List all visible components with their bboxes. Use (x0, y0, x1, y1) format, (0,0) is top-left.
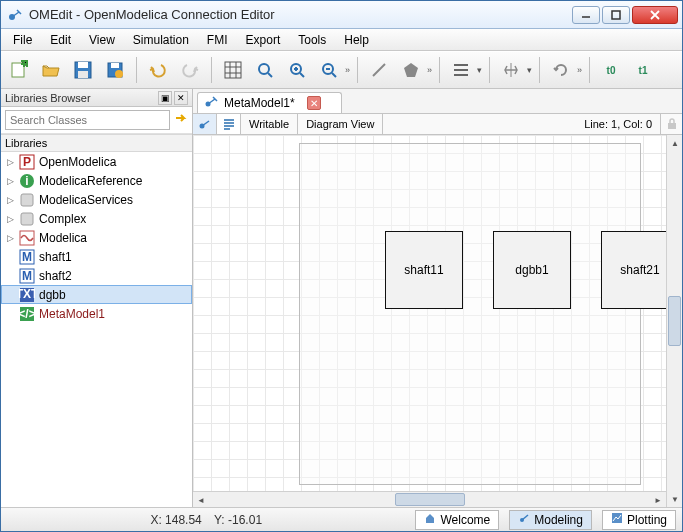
menu-help[interactable]: Help (336, 31, 377, 49)
close-button[interactable] (632, 6, 678, 24)
tab-metamodel1[interactable]: MetaModel1* ✕ (197, 92, 342, 113)
undo-button[interactable] (144, 56, 172, 84)
maximize-button[interactable] (602, 6, 630, 24)
tree-item-shaft2[interactable]: Mshaft2 (1, 266, 192, 285)
svg-rect-4 (78, 62, 88, 68)
dropdown-icon[interactable]: ▾ (527, 65, 532, 75)
tree-item-label: shaft2 (39, 269, 72, 283)
tree-item-openmodelica[interactable]: ▷POpenModelica (1, 152, 192, 171)
modeling-tab[interactable]: Modeling (509, 510, 592, 530)
flip-button[interactable] (497, 56, 525, 84)
view-mode-label: Diagram View (298, 114, 383, 134)
app-icon (7, 7, 23, 23)
expander-icon[interactable]: ▷ (5, 176, 15, 186)
t0-button[interactable]: t0 (597, 56, 625, 84)
plotting-tab[interactable]: Plotting (602, 510, 676, 530)
search-go-icon[interactable] (174, 112, 188, 129)
icon-view-button[interactable] (193, 114, 217, 134)
library-tree: ▷POpenModelica▷iModelicaReference▷Modeli… (1, 152, 192, 507)
zoom-in-button[interactable] (283, 56, 311, 84)
align-button[interactable] (447, 56, 475, 84)
tree-item-complex[interactable]: ▷Complex (1, 209, 192, 228)
polygon-tool-button[interactable] (397, 56, 425, 84)
page-boundary (299, 143, 641, 485)
search-row (1, 107, 192, 134)
block-dgbb1[interactable]: dgbb1 (493, 231, 571, 309)
scroll-thumb[interactable] (668, 296, 681, 346)
dock-float-button[interactable]: ▣ (158, 91, 172, 105)
TXT-icon: TXT (19, 287, 35, 303)
tree-item-dgbb[interactable]: TXTdgbb (1, 285, 192, 304)
horizontal-scrollbar[interactable]: ◄ ► (193, 491, 666, 507)
expander-icon[interactable]: ▷ (5, 157, 15, 167)
expander-icon[interactable]: ▷ (5, 233, 15, 243)
dock-close-button[interactable]: ✕ (174, 91, 188, 105)
scroll-down-icon[interactable]: ▼ (667, 491, 682, 507)
zoom-fit-button[interactable] (251, 56, 279, 84)
document-tabs: MetaModel1* ✕ (193, 89, 682, 113)
overflow-icon[interactable]: » (345, 65, 350, 75)
overflow-icon[interactable]: » (427, 65, 432, 75)
tree-item-label: OpenModelica (39, 155, 116, 169)
toolbar: » » ▾ ▾ » t0 t1 (1, 51, 682, 89)
svg-text:M: M (22, 269, 32, 283)
overflow-icon[interactable]: » (577, 65, 582, 75)
svg-rect-17 (21, 194, 33, 206)
minimize-button[interactable] (572, 6, 600, 24)
M-icon: M (19, 268, 35, 284)
line-tool-button[interactable] (365, 56, 393, 84)
new-button[interactable] (5, 56, 33, 84)
text-view-button[interactable] (217, 114, 241, 134)
scroll-thumb[interactable] (395, 493, 465, 506)
save-all-button[interactable] (101, 56, 129, 84)
svg-text:TXT: TXT (19, 287, 35, 301)
title-bar: OMEdit - OpenModelica Connection Editor (1, 1, 682, 29)
M-icon: M (19, 249, 35, 265)
expander-icon[interactable]: ▷ (5, 214, 15, 224)
menu-bar: File Edit View Simulation FMI Export Too… (1, 29, 682, 51)
search-input[interactable] (5, 110, 170, 130)
open-button[interactable] (37, 56, 65, 84)
welcome-tab[interactable]: Welcome (415, 510, 499, 530)
svg-text:M: M (22, 250, 32, 264)
save-button[interactable] (69, 56, 97, 84)
editor-toolbar: Writable Diagram View Line: 1, Col: 0 (193, 113, 682, 135)
scroll-up-icon[interactable]: ▲ (667, 135, 682, 151)
block-shaft11[interactable]: shaft11 (385, 231, 463, 309)
menu-export[interactable]: Export (238, 31, 289, 49)
rotate-button[interactable] (547, 56, 575, 84)
tree-item-modelicaservices[interactable]: ▷ModelicaServices (1, 190, 192, 209)
tree-item-modelicareference[interactable]: ▷iModelicaReference (1, 171, 192, 190)
menu-fmi[interactable]: FMI (199, 31, 236, 49)
dropdown-icon[interactable]: ▾ (477, 65, 482, 75)
vertical-scrollbar[interactable]: ▲ ▼ (666, 135, 682, 507)
svg-rect-18 (21, 213, 33, 225)
app-window: OMEdit - OpenModelica Connection Editor … (0, 0, 683, 532)
tree-item-label: dgbb (39, 288, 66, 302)
redo-button[interactable] (176, 56, 204, 84)
menu-tools[interactable]: Tools (290, 31, 334, 49)
menu-simulation[interactable]: Simulation (125, 31, 197, 49)
expander-icon[interactable]: ▷ (5, 195, 15, 205)
coordinates-display: X: 148.54 Y: -16.01 (7, 513, 405, 527)
t1-button[interactable]: t1 (629, 56, 657, 84)
scroll-left-icon[interactable]: ◄ (193, 492, 209, 507)
grid-button[interactable] (219, 56, 247, 84)
tree-item-modelica[interactable]: ▷Modelica (1, 228, 192, 247)
scroll-right-icon[interactable]: ► (650, 492, 666, 507)
tab-close-button[interactable]: ✕ (307, 96, 321, 110)
svg-text:i: i (25, 174, 28, 188)
diagram-canvas[interactable]: shaft11dgbb1shaft21 ▲ ▼ ◄ ► (193, 135, 682, 507)
model-icon (518, 512, 530, 527)
tree-item-metamodel1[interactable]: </>MetaModel1 (1, 304, 192, 323)
menu-file[interactable]: File (5, 31, 40, 49)
P-icon: P (19, 154, 35, 170)
tree-item-shaft1[interactable]: Mshaft1 (1, 247, 192, 266)
zoom-out-button[interactable] (315, 56, 343, 84)
home-icon (424, 512, 436, 527)
menu-edit[interactable]: Edit (42, 31, 79, 49)
model-icon (204, 95, 218, 112)
menu-view[interactable]: View (81, 31, 123, 49)
lock-icon[interactable] (660, 114, 682, 134)
dock-header: Libraries Browser ▣ ✕ (1, 89, 192, 107)
